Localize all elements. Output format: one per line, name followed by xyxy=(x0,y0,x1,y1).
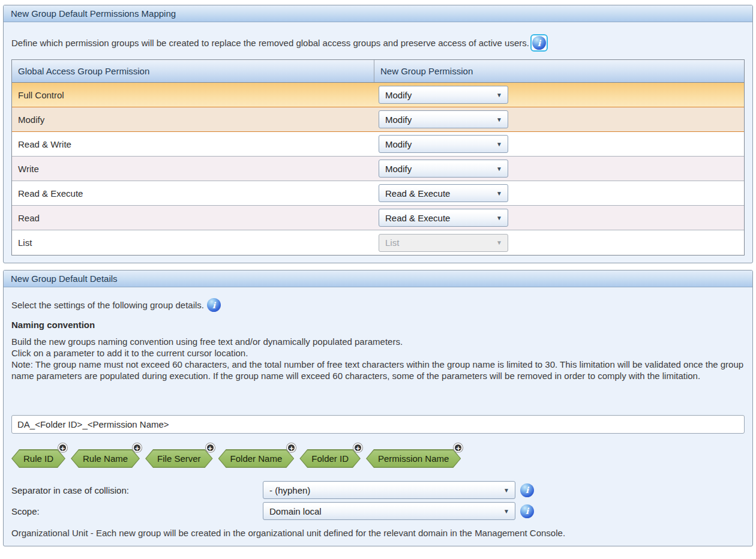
naming-help-line2: Click on a parameter to add it to the cu… xyxy=(11,347,745,359)
permission-label: Write xyxy=(12,164,374,174)
scope-label: Scope: xyxy=(11,506,263,516)
new-permission-dropdown[interactable]: Modify ▼ xyxy=(379,110,508,128)
panel-group-default-details: New Group Default Details Select the set… xyxy=(3,270,753,546)
panel-permissions-mapping: New Group Default Permissions Mapping De… xyxy=(3,5,753,263)
permission-label: Read & Execute xyxy=(12,188,374,199)
new-permission-dropdown-disabled: List ▼ xyxy=(379,234,508,252)
table-row[interactable]: Read & Write Modify ▼ xyxy=(12,132,744,157)
new-permission-dropdown[interactable]: Modify ▼ xyxy=(379,160,508,178)
table-row: List List ▼ xyxy=(12,230,744,255)
details-description: Select the settings of the following gro… xyxy=(11,299,204,311)
add-icon: + xyxy=(58,443,67,452)
mapping-description: Define which permission groups will be c… xyxy=(11,37,529,49)
chevron-down-icon: ▼ xyxy=(496,215,502,221)
chevron-down-icon: ▼ xyxy=(503,508,509,515)
info-icon[interactable]: i xyxy=(207,298,221,312)
chevron-down-icon: ▼ xyxy=(496,116,502,123)
naming-help-line1: Build the new groups naming convention u… xyxy=(11,336,745,347)
naming-help-note: Note: The group name must not exceed 60 … xyxy=(11,359,745,381)
permission-label: List xyxy=(12,238,374,248)
table-row[interactable]: Read Read & Execute ▼ xyxy=(12,206,744,230)
new-permission-dropdown[interactable]: Modify ▼ xyxy=(379,86,508,104)
separator-dropdown[interactable]: - (hyphen) ▼ xyxy=(263,481,515,499)
table-header-row: Global Access Group Permission New Group… xyxy=(12,60,744,83)
chevron-down-icon: ▼ xyxy=(496,190,502,197)
parameter-tag-permission-name[interactable]: Permission Name + xyxy=(366,449,461,468)
table-row[interactable]: Modify Modify ▼ xyxy=(12,107,744,132)
new-permission-dropdown[interactable]: Read & Execute ▼ xyxy=(379,209,508,227)
info-icon[interactable]: i xyxy=(520,504,534,518)
chevron-down-icon: ▼ xyxy=(496,166,502,172)
table-row[interactable]: Full Control Modify ▼ xyxy=(12,83,744,107)
naming-convention-input[interactable] xyxy=(11,415,745,434)
chevron-down-icon: ▼ xyxy=(496,239,502,246)
panel-title-permissions-mapping: New Group Default Permissions Mapping xyxy=(4,5,752,22)
table-row[interactable]: Read & Execute Read & Execute ▼ xyxy=(12,181,744,206)
panel-title-group-default-details: New Group Default Details xyxy=(4,271,752,287)
new-permission-dropdown[interactable]: Read & Execute ▼ xyxy=(379,184,508,202)
permission-label: Read xyxy=(12,213,374,223)
info-icon[interactable]: i xyxy=(520,483,534,497)
add-icon: + xyxy=(454,443,463,452)
organizational-unit-note: Organizational Unit - Each new group wil… xyxy=(11,527,745,539)
column-header-global-permission: Global Access Group Permission xyxy=(12,60,374,82)
table-row[interactable]: Write Modify ▼ xyxy=(12,157,744,181)
scope-dropdown[interactable]: Domain local ▼ xyxy=(263,502,515,520)
naming-help-text: Build the new groups naming convention u… xyxy=(11,336,745,381)
new-permission-dropdown[interactable]: Modify ▼ xyxy=(379,135,508,153)
chevron-down-icon: ▼ xyxy=(496,92,502,98)
info-icon-focus-ring: i xyxy=(530,34,548,52)
info-icon[interactable]: i xyxy=(532,36,546,50)
chevron-down-icon: ▼ xyxy=(496,141,502,148)
parameter-tag-rule-name[interactable]: Rule Name + xyxy=(71,449,140,468)
permission-label: Read & Write xyxy=(12,139,374,149)
permission-label: Full Control xyxy=(12,90,374,100)
parameter-tags-row: Rule ID + Rule Name + File Server + Fold… xyxy=(11,449,745,468)
add-icon: + xyxy=(133,443,142,452)
naming-convention-heading: Naming convention xyxy=(11,320,745,330)
parameter-tag-folder-name[interactable]: Folder Name + xyxy=(218,449,295,468)
permission-label: Modify xyxy=(12,115,374,125)
add-icon: + xyxy=(206,443,215,452)
parameter-tag-folder-id[interactable]: Folder ID + xyxy=(299,449,361,468)
add-icon: + xyxy=(287,443,296,452)
column-header-new-permission: New Group Permission xyxy=(374,60,744,82)
permissions-table: Global Access Group Permission New Group… xyxy=(11,59,745,256)
add-icon: + xyxy=(353,443,362,452)
chevron-down-icon: ▼ xyxy=(503,487,509,494)
separator-label: Separator in case of collision: xyxy=(11,485,263,495)
parameter-tag-file-server[interactable]: File Server + xyxy=(145,449,213,468)
parameter-tag-rule-id[interactable]: Rule ID + xyxy=(11,449,65,468)
